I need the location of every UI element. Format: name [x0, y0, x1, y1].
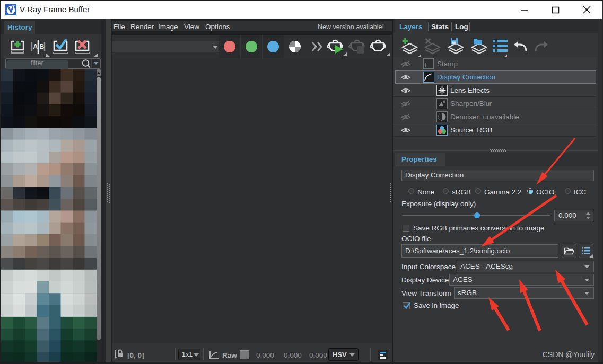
- svg-text:A: A: [33, 43, 38, 50]
- svg-text:B: B: [40, 43, 45, 50]
